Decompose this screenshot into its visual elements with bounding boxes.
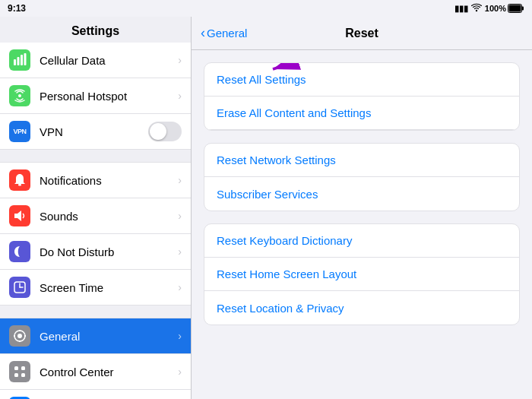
- vpn-label: VPN: [40, 125, 148, 138]
- hotspot-icon: [9, 85, 30, 106]
- chevron-icon: ›: [178, 366, 182, 378]
- reset-group-1: Reset All Settings Erase All Content and…: [204, 62, 520, 131]
- svg-marker-10: [14, 211, 21, 221]
- erase-all-content-label: Erase All Content and Settings: [217, 106, 507, 119]
- chevron-icon: ›: [178, 210, 182, 222]
- svg-rect-22: [14, 373, 18, 377]
- vpn-icon: VPN: [9, 121, 30, 142]
- wifi-icon: [471, 3, 482, 14]
- notifications-icon: [9, 169, 30, 191]
- nav-bar: ‹ General Reset: [192, 17, 532, 50]
- chevron-icon: ›: [178, 281, 182, 293]
- nav-title: Reset: [345, 27, 378, 40]
- reset-group-3: Reset Keyboard Dictionary Reset Home Scr…: [204, 223, 520, 325]
- svg-rect-2: [522, 7, 524, 11]
- reset-all-settings-label: Reset All Settings: [217, 73, 507, 86]
- reset-location-privacy-label: Reset Location & Privacy: [217, 302, 507, 315]
- battery-icon: 100%: [485, 4, 524, 13]
- sidebar-item-general[interactable]: General ›: [0, 318, 191, 354]
- reset-group-2: Reset Network Settings Subscriber Servic…: [204, 143, 520, 211]
- content-area: Reset All Settings Erase All Content and…: [192, 50, 532, 399]
- signal-icon: ▮▮▮: [454, 4, 468, 14]
- reset-home-screen-layout-row[interactable]: Reset Home Screen Layout: [204, 258, 519, 291]
- screentime-icon: [9, 277, 30, 298]
- sounds-icon: [9, 205, 30, 226]
- svg-rect-23: [21, 373, 25, 377]
- sidebar-item-donotdisturb[interactable]: Do Not Disturb ›: [0, 234, 191, 270]
- svg-rect-20: [14, 366, 18, 370]
- svg-rect-7: [24, 53, 27, 65]
- svg-rect-4: [14, 59, 16, 65]
- svg-rect-5: [17, 57, 20, 65]
- screentime-label: Screen Time: [40, 281, 175, 294]
- svg-point-8: [18, 94, 21, 97]
- subscriber-services-row[interactable]: Subscriber Services: [204, 177, 519, 211]
- chevron-icon: ›: [178, 54, 182, 66]
- sidebar-item-screentime[interactable]: Screen Time ›: [0, 270, 191, 306]
- sidebar-title: Settings: [0, 17, 191, 43]
- sounds-label: Sounds: [40, 210, 175, 223]
- reset-keyboard-dictionary-row[interactable]: Reset Keyboard Dictionary: [204, 224, 519, 258]
- reset-location-privacy-row[interactable]: Reset Location & Privacy: [204, 291, 519, 325]
- chevron-icon: ›: [178, 90, 182, 102]
- chevron-icon: ›: [178, 330, 182, 342]
- general-label: General: [40, 330, 175, 343]
- sidebar-item-cellular[interactable]: Cellular Data ›: [0, 43, 191, 78]
- erase-all-content-row[interactable]: Erase All Content and Settings: [204, 97, 519, 130]
- chevron-icon: ›: [178, 245, 182, 258]
- status-time: 9:13: [8, 3, 26, 14]
- svg-rect-6: [21, 55, 23, 65]
- chevron-icon: ›: [178, 174, 182, 186]
- nav-back-label: General: [207, 27, 247, 40]
- donotdisturb-icon: [9, 241, 30, 262]
- donotdisturb-label: Do Not Disturb: [40, 245, 175, 258]
- hotspot-label: Personal Hotspot: [40, 90, 175, 103]
- controlcenter-icon: [9, 361, 30, 382]
- sidebar-item-notifications[interactable]: Notifications ›: [0, 162, 191, 198]
- sidebar-item-vpn[interactable]: VPN VPN: [0, 114, 191, 150]
- content-wrapper: ‹ General Reset Reset All Settings Erase…: [192, 17, 532, 399]
- sidebar-item-hotspot[interactable]: Personal Hotspot ›: [0, 78, 191, 114]
- cellular-label: Cellular Data: [40, 54, 175, 67]
- back-arrow-icon: ‹: [201, 25, 205, 41]
- general-icon: [9, 325, 30, 347]
- reset-home-screen-layout-label: Reset Home Screen Layout: [217, 268, 507, 280]
- subscriber-services-label: Subscriber Services: [217, 188, 507, 201]
- sidebar: Settings Cellular Data ›: [0, 17, 192, 399]
- reset-network-settings-row[interactable]: Reset Network Settings: [204, 144, 519, 177]
- cellular-icon: [9, 49, 30, 71]
- reset-all-settings-row[interactable]: Reset All Settings: [204, 63, 519, 97]
- status-bar: 9:13 ▮▮▮ 100%: [0, 0, 532, 17]
- sidebar-gap-1: [0, 150, 191, 162]
- sidebar-item-sounds[interactable]: Sounds ›: [0, 198, 191, 234]
- status-icons: ▮▮▮ 100%: [454, 3, 524, 14]
- svg-rect-21: [21, 366, 25, 370]
- sidebar-item-displaybrightness[interactable]: AA Display & Brightness ›: [0, 390, 191, 399]
- controlcenter-label: Control Center: [40, 366, 175, 378]
- reset-network-settings-label: Reset Network Settings: [217, 154, 507, 166]
- nav-back-button[interactable]: ‹ General: [201, 25, 247, 41]
- notifications-label: Notifications: [40, 174, 175, 187]
- reset-keyboard-dictionary-label: Reset Keyboard Dictionary: [217, 234, 507, 247]
- sidebar-gap-2: [0, 306, 191, 318]
- sidebar-item-controlcenter[interactable]: Control Center ›: [0, 354, 191, 390]
- svg-point-0: [476, 10, 477, 11]
- svg-rect-3: [509, 5, 521, 12]
- svg-point-14: [17, 334, 22, 338]
- svg-rect-9: [18, 184, 21, 186]
- vpn-toggle[interactable]: [148, 122, 182, 141]
- main-layout: Settings Cellular Data ›: [0, 17, 532, 399]
